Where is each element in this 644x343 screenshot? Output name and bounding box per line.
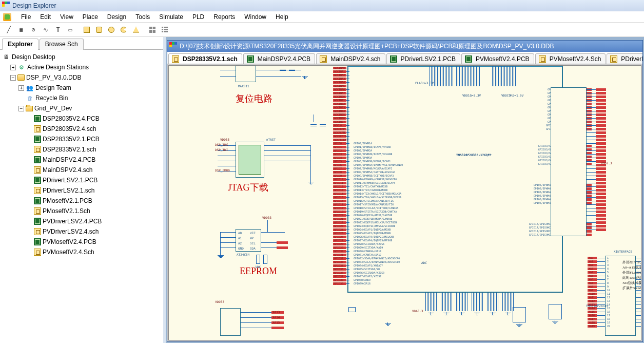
- menu-view[interactable]: View: [55, 12, 78, 22]
- tree-design-team[interactable]: + Design Team: [18, 83, 162, 93]
- pcb-file-icon: [34, 177, 41, 184]
- doc-tab[interactable]: PVMoseftV2.4.PCB: [461, 53, 534, 64]
- section-label-reset: 复位电路: [236, 92, 272, 105]
- sch-file-icon: [34, 207, 41, 215]
- ddb-icon: [17, 74, 25, 81]
- window-titlebar: Design Explorer: [0, 0, 644, 11]
- vdd-bank-2: [456, 66, 480, 86]
- menu-design[interactable]: Design: [103, 12, 131, 22]
- tool-array-3x3[interactable]: [159, 24, 170, 35]
- tree-file[interactable]: PVMoseftV2.4.Sch: [27, 247, 162, 257]
- document-path: D:\[07]技术创新\设计资源\TMS320F28335光伏离网并网逆变器设计…: [180, 42, 554, 51]
- document-window: D:\[07]技术创新\设计资源\TMS320F28335光伏离网并网逆变器设计…: [167, 40, 643, 342]
- doc-tab[interactable]: MainDSPV2.4.PCB: [243, 53, 315, 64]
- window-title: Design Explorer: [12, 2, 56, 9]
- vdd-bank-1: [430, 66, 453, 86]
- section-label-jtag: JTAG下载: [228, 181, 268, 194]
- ic-gpio-right: [551, 87, 587, 236]
- team-icon: [26, 84, 34, 92]
- menu-pld[interactable]: PLD: [188, 12, 209, 22]
- tree-file[interactable]: PDriverLSV2.1.PCB: [27, 175, 162, 185]
- tree-file[interactable]: DSP28035V2.4.PCB: [27, 113, 162, 124]
- desktop-icon: [2, 53, 10, 61]
- tool-round-rect[interactable]: [93, 24, 105, 35]
- tree-file[interactable]: DSP28035V2.4.sch: [27, 124, 162, 134]
- tree-file[interactable]: MainDSPV2.4.sch: [27, 165, 162, 175]
- pcb-file-icon: [465, 55, 472, 63]
- tree-file[interactable]: PVDriverLSV2.4.PCB: [27, 216, 162, 226]
- tool-frame[interactable]: ▭: [65, 24, 76, 35]
- tree-folder-gridpvdev[interactable]: − Grid_PV_Dev: [18, 103, 162, 113]
- sch-file-icon: [172, 55, 179, 63]
- sch-file-icon: [610, 55, 617, 63]
- tool-array-2x2[interactable]: [147, 24, 158, 35]
- explorer-pane: Explorer Browse Sch Design Desktop + Act…: [0, 37, 163, 343]
- tool-bus[interactable]: ≣: [15, 24, 27, 35]
- menu-edit[interactable]: Edit: [35, 12, 55, 22]
- pcb-file-icon: [34, 136, 41, 143]
- document-icon: [169, 42, 178, 50]
- tool-wave[interactable]: ∿: [40, 24, 51, 35]
- tree-file[interactable]: DSP28335V2.1.PCB: [27, 134, 162, 144]
- pcb-file-icon: [34, 218, 41, 225]
- tree-root[interactable]: Design Desktop: [2, 52, 162, 62]
- explorer-tabstrip: Explorer Browse Sch: [0, 37, 163, 49]
- tree-file[interactable]: PDriverLSV2.1.sch: [27, 185, 162, 196]
- menu-tools[interactable]: Tools: [131, 12, 154, 22]
- document-area: D:\[07]技术创新\设计资源\TMS320F28335光伏离网并网逆变器设计…: [166, 37, 644, 343]
- tab-browse-sch[interactable]: Browse Sch: [40, 39, 84, 50]
- menu-file[interactable]: File: [16, 12, 35, 22]
- menu-help[interactable]: Help: [271, 12, 293, 22]
- tool-rect-fill[interactable]: [81, 24, 92, 35]
- toolbar: ╱ ≣ ⊘ ∿ T ▭: [0, 23, 644, 37]
- pcb-file-icon: [34, 238, 41, 245]
- tool-line[interactable]: ╱: [3, 24, 14, 35]
- tree-file[interactable]: PMoseftV2.1.PCB: [27, 196, 162, 206]
- collapse-icon[interactable]: −: [18, 106, 24, 111]
- pcb-file-icon: [34, 115, 41, 122]
- tool-pie[interactable]: [118, 24, 129, 35]
- tree-ddb[interactable]: − DSP_PV_V3.0.DDB: [10, 72, 162, 83]
- tree-file[interactable]: MainDSPV2.4.PCB: [27, 155, 162, 165]
- tree-file[interactable]: PVMoseftV2.4.PCB: [27, 237, 162, 247]
- menu-window[interactable]: Window: [240, 12, 271, 22]
- document-titlebar[interactable]: D:\[07]技术创新\设计资源\TMS320F28335光伏离网并网逆变器设计…: [167, 41, 642, 52]
- pcb-file-icon: [34, 156, 41, 163]
- document-tabstrip: DSP28335V2.1.schMainDSPV2.4.PCBMainDSPV2…: [167, 52, 642, 64]
- sch-file-icon: [34, 249, 41, 256]
- vdd-bank-3: [492, 66, 516, 86]
- app-icon: [2, 2, 10, 10]
- tool-poly[interactable]: [130, 24, 142, 35]
- tree-file[interactable]: DSP28335V2.1.sch: [27, 144, 162, 155]
- tree-active-stations[interactable]: + Active Design Stations: [10, 62, 162, 72]
- schematic-canvas[interactable]: 复位电路 JTAG下载 EEPROM MAX811: [168, 65, 641, 340]
- tree-recycle-bin[interactable]: Recycle Bin: [18, 93, 162, 103]
- pcb-file-icon: [390, 55, 397, 63]
- tab-explorer[interactable]: Explorer: [2, 39, 38, 50]
- menu-reports[interactable]: Reports: [209, 12, 240, 22]
- explorer-tree[interactable]: Design Desktop + Active Design Stations …: [0, 49, 163, 343]
- pcb-file-icon: [247, 55, 254, 63]
- doc-tab[interactable]: PDriverLSV2.1.PCB: [386, 53, 460, 64]
- doc-tab[interactable]: PDriverLSV2.1.sc: [607, 53, 642, 64]
- tool-text[interactable]: T: [52, 24, 64, 35]
- doc-tab[interactable]: PVMoseftV2.4.Sch: [535, 53, 606, 64]
- tool-arc[interactable]: ⊘: [28, 24, 39, 35]
- menu-bar: FileEditViewPlaceDesignToolsSimulatePLDR…: [0, 11, 644, 23]
- schematic-note: 外部XINTF总线A0~A15地址外部FLASH扩展此时DSP内置XD总线可复用…: [622, 260, 641, 291]
- expand-icon[interactable]: +: [10, 65, 16, 70]
- expand-icon[interactable]: +: [18, 85, 24, 91]
- tree-file[interactable]: PMoseftV2.1.Sch: [27, 206, 162, 216]
- system-menu-icon[interactable]: [3, 13, 11, 21]
- menu-simulate[interactable]: Simulate: [154, 12, 188, 22]
- menu-place[interactable]: Place: [78, 12, 103, 22]
- sch-file-icon: [34, 146, 41, 153]
- stations-icon: [17, 63, 26, 71]
- tree-file[interactable]: PVDriverLSV2.4.sch: [27, 226, 162, 237]
- sch-file-icon: [34, 228, 41, 235]
- doc-tab[interactable]: DSP28335V2.1.sch: [168, 53, 242, 64]
- sch-file-icon: [34, 187, 41, 194]
- doc-tab[interactable]: MainDSPV2.4.sch: [316, 53, 385, 64]
- collapse-icon[interactable]: −: [10, 75, 16, 81]
- tool-ellipse[interactable]: [106, 24, 117, 35]
